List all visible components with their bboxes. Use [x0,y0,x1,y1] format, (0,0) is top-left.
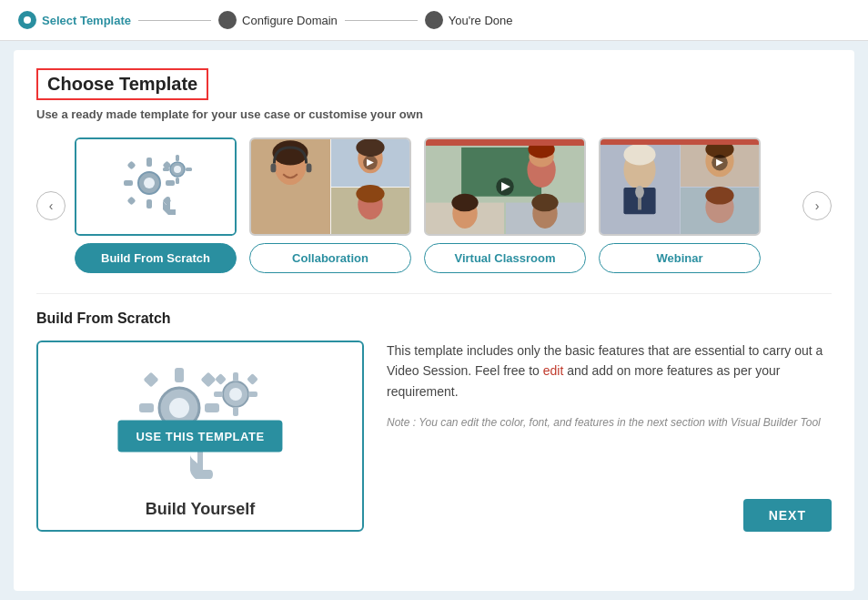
description-text: This template includes only the basic fe… [387,341,832,402]
svg-point-14 [174,166,181,173]
preview-label: Build Yourself [146,500,255,519]
svg-point-42 [531,194,558,212]
template-thumb-webinar[interactable] [599,137,761,236]
template-carousel: ‹ [36,137,832,273]
next-button[interactable]: NEXT [743,499,832,532]
svg-rect-74 [233,372,238,381]
svg-rect-9 [127,161,136,170]
nav-step-youre-done: You're Done [425,11,513,29]
svg-point-52 [635,186,644,198]
template-item-virtual-classroom: Virtual Classroom [424,137,586,273]
svg-point-63 [169,398,189,418]
template-thumb-build-yourself[interactable] [75,137,237,236]
svg-point-73 [229,388,242,401]
description-box: This template includes only the basic fe… [387,341,832,532]
subtext-suffix: for your use case or customise your own [189,107,423,121]
choose-template-sub: Use a ready made template for your use c… [36,107,832,121]
svg-rect-5 [146,158,152,167]
template-item-webinar: Webinar [599,137,761,273]
svg-rect-79 [247,373,258,385]
svg-rect-15 [176,155,179,161]
nav-step-select-template: Select Template [18,11,131,29]
use-template-button[interactable]: USE THIS TEMPLATE [117,421,282,453]
desc-bold: edit [543,363,564,378]
template-item-collaboration: Collaboration [249,137,411,273]
nav-step-label-2: Configure Domain [242,14,338,27]
carousel-right-arrow[interactable]: › [802,191,832,220]
svg-rect-7 [124,180,133,186]
subtext-prefix: Use a [36,107,71,121]
svg-rect-76 [214,392,223,397]
svg-rect-67 [205,403,219,412]
nav-connector-2 [345,20,418,21]
svg-rect-23 [307,164,312,173]
svg-point-49 [623,144,655,165]
template-btn-collaboration[interactable]: Collaboration [249,243,411,273]
nav-step-configure-domain: Configure Domain [218,11,338,29]
svg-rect-43 [426,138,584,146]
svg-rect-77 [248,392,257,397]
description-note: Note : You can edit the color, font, and… [387,414,832,431]
svg-point-0 [24,16,31,24]
nav-step-circle-3 [425,11,443,29]
svg-rect-6 [146,199,152,208]
bottom-section-title: Build From Scratch [36,310,832,327]
svg-rect-8 [166,180,175,186]
template-btn-virtual-classroom[interactable]: Virtual Classroom [424,243,586,273]
choose-template-heading: Choose Template [36,68,208,100]
wizard-nav: Select Template Configure Domain You're … [0,0,868,41]
svg-rect-18 [186,168,192,171]
svg-point-26 [356,138,384,157]
svg-rect-69 [201,372,217,388]
svg-point-29 [356,185,384,203]
nav-step-circle-1 [18,11,36,29]
next-btn-row: NEXT [387,481,832,532]
svg-rect-17 [163,168,169,171]
subtext-bold: ready made template [71,107,188,121]
preview-box: USE THIS TEMPLATE Build Yourself [36,341,364,532]
svg-point-2 [430,16,438,24]
build-yourself-illustration [76,139,235,234]
svg-point-39 [451,194,478,212]
template-thumb-collaboration[interactable] [249,137,411,236]
svg-rect-64 [175,368,184,382]
svg-point-4 [144,178,155,188]
template-btn-build-yourself[interactable]: Build From Scratch [75,243,237,273]
description-text-area: This template includes only the basic fe… [387,341,832,431]
bottom-section: Build From Scratch [36,293,832,532]
nav-step-label-3: You're Done [449,14,513,27]
nav-connector-1 [138,20,211,21]
svg-rect-11 [127,197,136,206]
carousel-left-arrow[interactable]: ‹ [36,191,66,220]
svg-rect-66 [139,403,154,412]
preview-illustration [38,342,362,493]
svg-rect-68 [144,372,159,388]
svg-point-1 [224,16,231,24]
bottom-details: USE THIS TEMPLATE Build Yourself This te… [36,341,832,532]
templates-list: Build From Scratch [66,137,802,273]
nav-step-label-1: Select Template [42,14,131,27]
svg-rect-22 [271,164,277,173]
main-content: Choose Template Use a ready made templat… [14,50,854,591]
template-item-build-yourself: Build From Scratch [75,137,237,273]
svg-rect-78 [215,373,227,385]
svg-point-58 [705,187,733,205]
nav-step-circle-2 [218,11,237,29]
svg-rect-59 [601,138,759,145]
template-thumb-virtual-classroom[interactable] [424,137,586,236]
svg-rect-16 [176,178,179,184]
template-btn-webinar[interactable]: Webinar [599,243,761,273]
svg-rect-75 [233,407,238,416]
